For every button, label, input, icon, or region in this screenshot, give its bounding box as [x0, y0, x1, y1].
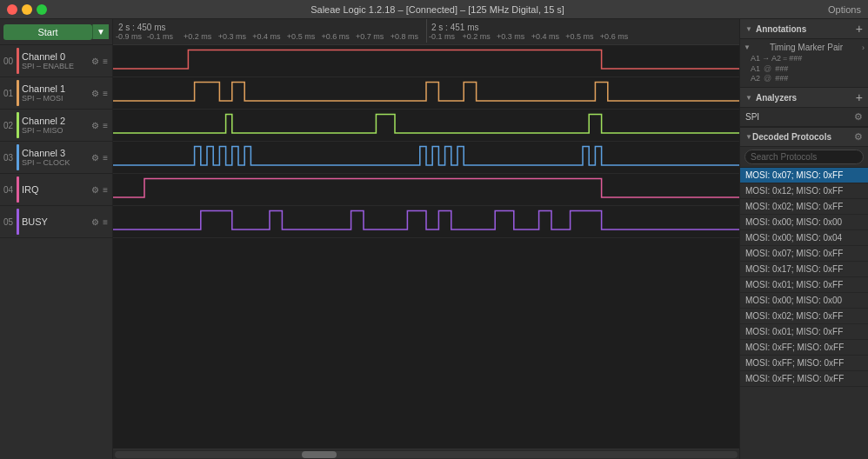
- right-panel: ▼ Annotations + ▼ Timing Marker Pair › A…: [739, 19, 868, 459]
- tick-6: +0.5 ms: [287, 32, 315, 41]
- bottom-scrollbar[interactable]: [113, 449, 739, 459]
- protocol-item-9[interactable]: MOSI: 0x02; MISO: 0xFF: [740, 309, 868, 324]
- channel-color-bar-0: [17, 48, 19, 74]
- window-title: Saleae Logic 1.2.18 – [Connected] – [125…: [310, 4, 564, 15]
- channel-color-bar-5: [17, 209, 19, 235]
- analyzers-section: ▼ Analyzers + SPI ⚙: [740, 88, 868, 128]
- scrollbar-thumb[interactable]: [302, 451, 337, 458]
- a2-at: @: [764, 74, 771, 83]
- channel-menu-icon-3[interactable]: ≡: [102, 152, 109, 163]
- protocol-item-2[interactable]: MOSI: 0x02; MISO: 0xFF: [740, 199, 868, 215]
- channel-label-2: SPI – MISO: [22, 126, 88, 135]
- protocol-item-13[interactable]: MOSI: 0xFF; MISO: 0xFF: [740, 371, 868, 387]
- channel-row-3: 03 Channel 3 SPI – CLOCK ⚙ ≡: [0, 142, 112, 174]
- close-button[interactable]: [7, 4, 17, 15]
- channel-num-4: 04: [3, 185, 14, 195]
- channel-label-3: SPI – CLOCK: [22, 158, 88, 167]
- waveform-svg-1: [113, 77, 739, 109]
- maximize-button[interactable]: [37, 4, 47, 15]
- a2-value: ###: [775, 74, 788, 83]
- channel-name-3: Channel 3: [22, 148, 88, 158]
- decoded-protocols-header: ▼ Decoded Protocols ⚙: [740, 128, 868, 147]
- start-button[interactable]: Start: [3, 24, 92, 40]
- tick-8: +0.7 ms: [356, 32, 384, 41]
- time-ruler-left: 2 s : 450 ms -0.9 ms -0.1 ms +0.2 ms +0.…: [113, 19, 426, 43]
- channel-color-bar-3: [17, 144, 19, 170]
- channel-row-2: 02 Channel 2 SPI – MISO ⚙ ≡: [0, 110, 112, 142]
- waveform-rows: [113, 45, 739, 449]
- a2-row: A2 @ ###: [751, 74, 865, 83]
- a1-marker: A1: [751, 54, 760, 63]
- protocol-item-3[interactable]: MOSI: 0x00; MISO: 0x00: [740, 215, 868, 230]
- channel-icons-4: ⚙ ≡: [90, 184, 109, 196]
- channel-label-1: SPI – MOSI: [22, 94, 88, 103]
- waveform-row-0: [113, 45, 739, 77]
- spi-gear-icon[interactable]: ⚙: [854, 111, 863, 123]
- options-menu[interactable]: Options: [828, 4, 861, 15]
- tick-7: +0.6 ms: [321, 32, 349, 41]
- waveform-row-1: [113, 77, 739, 110]
- protocol-item-1[interactable]: MOSI: 0x12; MISO: 0xFF: [740, 183, 868, 199]
- annotations-add-button[interactable]: +: [856, 23, 863, 35]
- analyzers-header: ▼ Analyzers +: [740, 88, 868, 108]
- tick-3: +0.2 ms: [184, 32, 211, 41]
- protocol-item-7[interactable]: MOSI: 0x01; MISO: 0xFF: [740, 277, 868, 293]
- channel-info-1: Channel 1 SPI – MOSI: [22, 83, 88, 103]
- a2-marker: A2: [771, 54, 781, 63]
- protocol-item-11[interactable]: MOSI: 0xFF; MISO: 0xFF: [740, 340, 868, 356]
- analyzers-label: Analyzers: [756, 93, 852, 103]
- channel-settings-icon-4[interactable]: ⚙: [90, 184, 100, 196]
- channel-num-2: 02: [3, 121, 14, 130]
- channel-settings-icon-5[interactable]: ⚙: [90, 216, 100, 228]
- channel-name-1: Channel 1: [22, 83, 88, 94]
- scrollbar-track[interactable]: [115, 451, 738, 458]
- protocol-item-5[interactable]: MOSI: 0x07; MISO: 0xFF: [740, 246, 868, 262]
- a2-label: A2: [751, 74, 760, 83]
- protocol-item-10[interactable]: MOSI: 0x01; MISO: 0xFF: [740, 324, 868, 340]
- a1-row: A1 @ ###: [751, 64, 865, 73]
- protocol-item-4[interactable]: MOSI: 0x00; MISO: 0x04: [740, 230, 868, 246]
- start-dropdown-button[interactable]: ▼: [92, 24, 109, 39]
- tick-2: -0.1 ms: [147, 32, 173, 41]
- waveform-svg-4: [113, 174, 739, 205]
- annotations-content: ▼ Timing Marker Pair › A1 → A2 = ### A1 …: [740, 39, 868, 88]
- channel-menu-icon-1[interactable]: ≡: [102, 88, 109, 99]
- minimize-button[interactable]: [22, 4, 32, 15]
- protocol-item-8[interactable]: MOSI: 0x00; MISO: 0x00: [740, 293, 868, 309]
- search-protocols-input[interactable]: [744, 150, 864, 164]
- waveform-row-2: [113, 110, 739, 142]
- a1-at: @: [764, 64, 771, 73]
- channel-name-0: Channel 0: [22, 51, 88, 62]
- equals-sign: =: [783, 54, 787, 63]
- channel-info-2: Channel 2 SPI – MISO: [22, 116, 88, 135]
- waveform-svg-2: [113, 110, 739, 141]
- channel-settings-icon-1[interactable]: ⚙: [90, 88, 100, 99]
- decoded-triangle: ▼: [745, 133, 752, 141]
- channel-icons-1: ⚙ ≡: [90, 88, 109, 99]
- protocol-item-0[interactable]: MOSI: 0x07; MISO: 0xFF: [740, 168, 868, 183]
- protocol-item-12[interactable]: MOSI: 0xFF; MISO: 0xFF: [740, 356, 868, 371]
- traffic-lights: [7, 4, 47, 15]
- channel-menu-icon-0[interactable]: ≡: [102, 56, 109, 67]
- tick-r4: +0.4 ms: [531, 32, 559, 41]
- channel-settings-icon-3[interactable]: ⚙: [90, 152, 100, 163]
- channel-row-5: 05 BUSY ⚙ ≡: [0, 206, 112, 238]
- timing-value: ###: [789, 54, 802, 63]
- channel-settings-icon-2[interactable]: ⚙: [90, 120, 100, 131]
- tick-1: -0.9 ms: [116, 32, 142, 41]
- time-ruler-right: 2 s : 451 ms -0.1 ms +0.2 ms +0.3 ms +0.…: [426, 19, 739, 43]
- channel-num-3: 03: [3, 153, 14, 163]
- channel-info-0: Channel 0 SPI – ENABLE: [22, 51, 88, 70]
- timing-pair-triangle: ▼: [744, 43, 751, 51]
- channel-menu-icon-4[interactable]: ≡: [102, 184, 109, 196]
- analyzers-add-button[interactable]: +: [856, 91, 863, 103]
- waveform-row-5: [113, 206, 739, 238]
- channel-menu-icon-5[interactable]: ≡: [102, 216, 109, 228]
- channel-settings-icon-0[interactable]: ⚙: [90, 56, 100, 67]
- waveform-svg-0: [113, 45, 739, 76]
- protocol-item-6[interactable]: MOSI: 0x17; MISO: 0xFF: [740, 262, 868, 277]
- analyzers-triangle: ▼: [745, 94, 752, 102]
- channel-color-bar-4: [17, 176, 19, 203]
- decoded-gear-icon[interactable]: ⚙: [854, 131, 863, 143]
- channel-menu-icon-2[interactable]: ≡: [102, 120, 109, 131]
